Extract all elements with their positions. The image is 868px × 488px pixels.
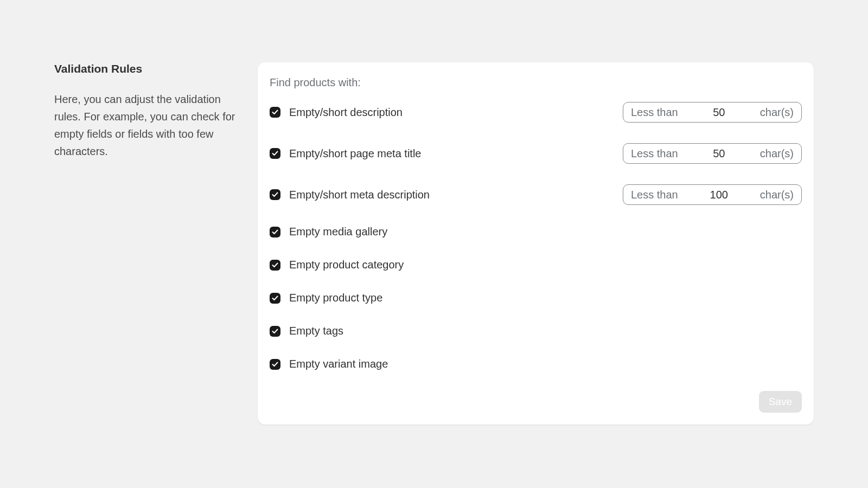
checkmark-icon <box>272 192 278 197</box>
sidebar-description: Here, you can adjust the validation rule… <box>54 91 236 160</box>
rule-label: Empty/short description <box>289 106 403 119</box>
save-button[interactable]: Save <box>759 391 802 413</box>
checkbox-meta-description[interactable] <box>270 189 280 200</box>
checkbox-description[interactable] <box>270 107 280 118</box>
checkbox-meta-title[interactable] <box>270 148 280 159</box>
threshold-control-meta-title: Less than char(s) <box>623 143 802 164</box>
rule-label: Empty variant image <box>289 358 388 370</box>
rule-row-media-gallery: Empty media gallery <box>270 226 802 238</box>
rule-row-variant-image: Empty variant image <box>270 358 802 370</box>
threshold-input-meta-title[interactable] <box>703 147 735 160</box>
threshold-suffix: char(s) <box>760 106 794 119</box>
rule-label: Empty/short meta description <box>289 189 430 201</box>
checkmark-icon <box>272 229 278 235</box>
threshold-input-meta-description[interactable] <box>703 189 735 201</box>
checkbox-product-category[interactable] <box>270 260 280 271</box>
card-header: Find products with: <box>270 76 802 89</box>
settings-sidebar: Validation Rules Here, you can adjust th… <box>54 62 236 160</box>
card-footer: Save <box>270 391 802 413</box>
checkmark-icon <box>272 262 278 268</box>
threshold-suffix: char(s) <box>760 147 794 160</box>
rule-row-product-category: Empty product category <box>270 259 802 271</box>
checkmark-icon <box>272 362 278 367</box>
rule-label: Empty product category <box>289 259 404 271</box>
checkbox-tags[interactable] <box>270 326 280 337</box>
sidebar-title: Validation Rules <box>54 62 236 75</box>
rule-row-meta-description: Empty/short meta description Less than c… <box>270 184 802 205</box>
checkmark-icon <box>272 329 278 334</box>
rule-label: Empty product type <box>289 292 382 304</box>
checkmark-icon <box>272 296 278 301</box>
rule-label: Empty media gallery <box>289 226 387 238</box>
checkbox-media-gallery[interactable] <box>270 227 280 237</box>
checkmark-icon <box>272 110 278 115</box>
threshold-input-description[interactable] <box>703 106 735 119</box>
rule-row-meta-title: Empty/short page meta title Less than ch… <box>270 143 802 164</box>
rule-row-product-type: Empty product type <box>270 292 802 304</box>
threshold-control-meta-description: Less than char(s) <box>623 184 802 205</box>
checkbox-product-type[interactable] <box>270 293 280 304</box>
rule-row-tags: Empty tags <box>270 325 802 337</box>
checkbox-variant-image[interactable] <box>270 359 280 370</box>
threshold-prefix: Less than <box>631 147 678 160</box>
rule-label: Empty tags <box>289 325 343 337</box>
validation-rules-card: Find products with: Empty/short descript… <box>258 62 814 425</box>
threshold-suffix: char(s) <box>760 189 794 201</box>
rule-label: Empty/short page meta title <box>289 147 421 160</box>
threshold-prefix: Less than <box>631 106 678 119</box>
checkmark-icon <box>272 151 278 156</box>
threshold-control-description: Less than char(s) <box>623 102 802 123</box>
threshold-prefix: Less than <box>631 189 678 201</box>
rule-row-description: Empty/short description Less than char(s… <box>270 102 802 123</box>
